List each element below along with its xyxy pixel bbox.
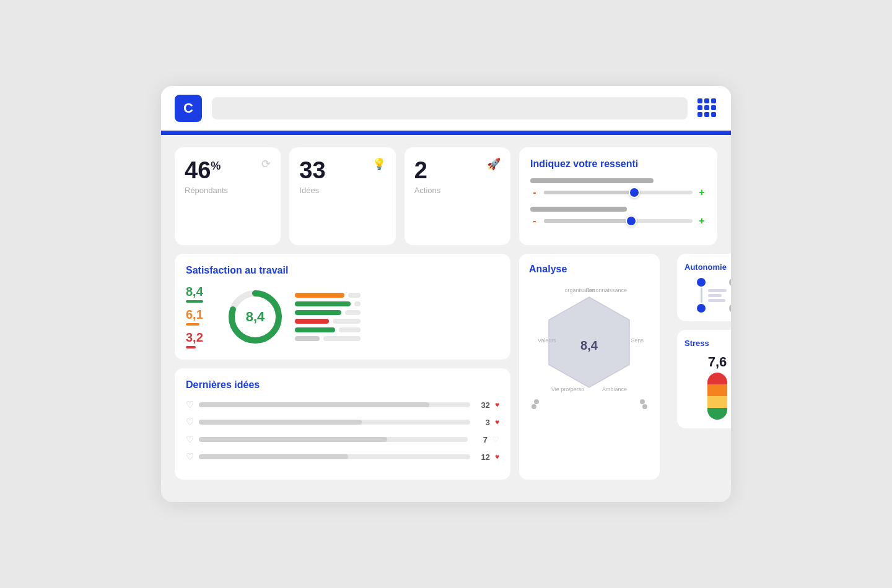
idea-heart-2: ♥ — [495, 418, 499, 426]
idea-heart-1: ♥ — [495, 400, 499, 409]
ideas-card: Dernières idées ♡ 32 ♥ ♡ 3 ♥ ♡ — [175, 368, 510, 480]
slider2-plus[interactable]: + — [697, 215, 706, 227]
top-row: ⟳ 46% Répondants 💡 33 Idées 🚀 2 Actions — [175, 147, 717, 245]
idea-row-2: ♡ 3 ♥ — [186, 417, 499, 428]
sat-num-2: 6,1 — [186, 308, 216, 322]
slider2-minus[interactable]: - — [530, 215, 539, 227]
slider1-track[interactable] — [544, 191, 693, 194]
idea-icon-2: ♡ — [186, 417, 194, 428]
idea-heart-3: ♡ — [492, 435, 499, 444]
stat-repondants: ⟳ 46% Répondants — [175, 147, 281, 245]
idea-count-2: 3 — [475, 418, 490, 427]
analyse-title: Analyse — [529, 264, 650, 275]
sat-numbers: 8,4 6,1 3,2 — [186, 285, 216, 348]
idea-count-1: 32 — [475, 400, 490, 410]
analyse-card: Analyse organisation Reconnaissance Sens… — [519, 254, 660, 480]
autonomie-card: Autonomie — [677, 254, 731, 321]
dashboard: C ⟳ 46% Répondants 💡 33 — [161, 86, 731, 502]
actions-label: Actions — [414, 186, 441, 195]
blue-accent-bar — [161, 131, 731, 135]
idea-row-3: ♡ 7 ♡ — [186, 434, 499, 445]
right-mini-col: Autonomie — [677, 254, 731, 480]
slider-1: - + — [530, 178, 706, 198]
idea-count-3: 7 — [473, 435, 488, 444]
ressenti-card: Indiquez votre ressenti - + — [519, 147, 717, 245]
repondants-icon: ⟳ — [261, 157, 271, 171]
autonomie-title: Autonomie — [684, 262, 727, 272]
idea-row-1: ♡ 32 ♥ — [186, 399, 499, 410]
donut-value: 8,4 — [246, 309, 265, 325]
ideas-title: Dernières idées — [186, 379, 499, 391]
satisfaction-bars — [295, 293, 499, 341]
grid-menu-icon[interactable] — [697, 98, 717, 118]
donut-chart: 8,4 — [224, 286, 286, 348]
idees-label: Idées — [299, 186, 319, 195]
stats-group: ⟳ 46% Répondants 💡 33 Idées 🚀 2 Actions — [175, 147, 510, 245]
svg-text:8,4: 8,4 — [580, 339, 598, 352]
hex-chart: organisation Reconnaissance Sens Ambianc… — [529, 283, 650, 398]
idea-heart-4: ♥ — [495, 452, 499, 461]
satisfaction-title: Satisfaction au travail — [186, 265, 499, 276]
idea-icon-3: ♡ — [186, 434, 194, 445]
slider1-plus[interactable]: + — [697, 187, 706, 198]
idees-value: 33 — [299, 158, 325, 182]
idea-icon-1: ♡ — [186, 399, 194, 410]
slider2-track[interactable] — [544, 219, 693, 223]
ressenti-title: Indiquez votre ressenti — [530, 158, 706, 170]
slider-2: - + — [530, 207, 706, 227]
actions-icon: 🚀 — [487, 157, 501, 171]
stress-title: Stress — [684, 339, 709, 348]
stress-card: Stress 7,6 — [677, 330, 731, 428]
idea-count-4: 12 — [475, 452, 490, 462]
svg-text:Reconnaissance: Reconnaissance — [585, 287, 627, 293]
stat-actions: 🚀 2 Actions — [404, 147, 510, 245]
repondants-label: Répondants — [185, 186, 228, 195]
idea-icon-4: ♡ — [186, 451, 194, 462]
satisfaction-card: Satisfaction au travail 8,4 6,1 — [175, 254, 510, 360]
svg-text:Sens: Sens — [631, 337, 644, 344]
main-content: ⟳ 46% Répondants 💡 33 Idées 🚀 2 Actions — [161, 135, 731, 502]
actions-value: 2 — [414, 158, 427, 182]
header: C — [161, 86, 731, 131]
svg-text:Ambiance: Ambiance — [602, 386, 627, 392]
svg-text:Vie pro/perso: Vie pro/perso — [551, 386, 584, 392]
logo[interactable]: C — [175, 95, 202, 122]
idees-icon: 💡 — [372, 157, 386, 171]
search-bar[interactable] — [212, 97, 688, 119]
stress-value: 7,6 — [708, 354, 727, 370]
stress-gauge — [707, 373, 727, 420]
stat-idees: 💡 33 Idées — [289, 147, 395, 245]
logo-letter: C — [183, 100, 193, 116]
repondants-value: 46% — [185, 158, 221, 182]
sat-num-3: 3,2 — [186, 331, 216, 345]
sat-num-1: 8,4 — [186, 285, 216, 299]
slider1-minus[interactable]: - — [530, 187, 539, 198]
middle-row: Satisfaction au travail 8,4 6,1 — [175, 254, 717, 480]
idea-row-4: ♡ 12 ♥ — [186, 451, 499, 462]
